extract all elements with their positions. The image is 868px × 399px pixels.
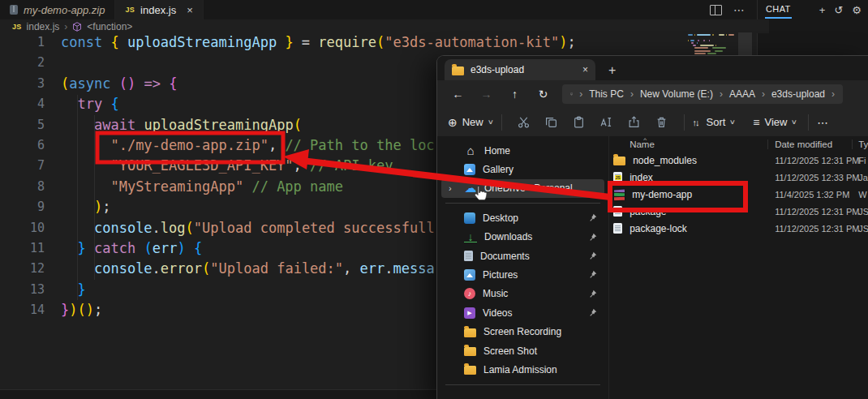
copy-icon[interactable] — [538, 116, 565, 128]
view-button[interactable]: ≡ View ∨ — [753, 116, 797, 129]
sidebar-item-lamia-admission[interactable]: Lamia Admission — [441, 360, 604, 379]
address-path[interactable]: ›This PC›New Volume (E:)›AAAA›e3ds-uploa… — [562, 84, 843, 104]
code-text: console.error("Upload failed:", err.mess… — [61, 259, 435, 279]
cut-icon[interactable] — [510, 116, 538, 128]
up-icon[interactable]: ↑ — [501, 88, 529, 101]
code-token — [135, 117, 144, 133]
code-token: "./my-demo-app.zip" — [110, 137, 268, 153]
sidebar-item-onedrive-personal[interactable]: ›☁OneDrive - Personal — [441, 179, 604, 198]
code-token — [61, 157, 110, 174]
code-token: => — [144, 75, 160, 92]
folder-icon — [452, 66, 464, 75]
folder-icon — [464, 347, 476, 356]
code-text: ); — [61, 197, 110, 217]
column-header-type[interactable]: Ty — [853, 139, 868, 149]
code-token: uploadStreamingApp — [144, 117, 293, 133]
code-text: "./my-demo-app.zip", // Path to the loc — [61, 135, 435, 156]
file-row-node_modules[interactable]: node_modules11/12/2025 12:31 PMFi — [609, 152, 868, 169]
sidebar-item-label: Downloads — [484, 231, 532, 242]
tab-my-demo-app-zip[interactable]: my-demo-app.zip — [0, 0, 115, 19]
file-row-my-demo-app[interactable]: my-demo-app11/4/2025 1:32 PMW — [609, 186, 868, 203]
sidebar-item-desktop[interactable]: Desktop — [441, 208, 604, 227]
view-lines-icon: ≡ — [753, 116, 759, 129]
sidebar-item-documents[interactable]: Documents — [441, 247, 604, 265]
code-text: (async () => { — [61, 74, 177, 94]
sidebar-item-pictures[interactable]: Pictures — [441, 265, 604, 284]
sidebar-item-gallery[interactable]: Gallery — [441, 160, 604, 178]
js-icon: JS — [125, 6, 135, 14]
refresh-icon[interactable]: ↻ — [529, 88, 557, 101]
zip-file-icon — [10, 5, 18, 15]
pictures-icon — [464, 269, 475, 281]
minimap-line — [688, 47, 735, 49]
sidebar-item-downloads[interactable]: ↓Downloads — [441, 228, 604, 247]
code-token: uploadStreamingApp — [127, 34, 277, 50]
separator — [445, 203, 600, 204]
tab-index-js[interactable]: JS index.js × — [115, 0, 203, 19]
share-icon[interactable] — [621, 116, 648, 128]
address-crumb[interactable]: AAAA — [729, 88, 755, 100]
editor-more-actions-icon[interactable]: ⋯ — [733, 3, 746, 16]
code-token: { — [110, 96, 118, 112]
sidebar-item-home[interactable]: ⌂Home — [441, 141, 604, 160]
chevron-expand-icon[interactable]: › — [449, 183, 452, 193]
sidebar-item-label: Lamia Admission — [483, 364, 557, 375]
line-number: 7 — [0, 156, 45, 176]
code-token: { — [194, 240, 202, 256]
file-row-package[interactable]: package11/12/2025 12:31 PMJS — [609, 203, 868, 220]
breadcrumb-file[interactable]: index.js — [27, 21, 60, 32]
new-button[interactable]: ⊕ New ∨ — [448, 116, 493, 129]
sidebar-item-screen-shot[interactable]: Screen Shot — [441, 341, 604, 360]
code-token: log — [161, 220, 186, 236]
code-token: , — [343, 260, 359, 277]
folder-icon — [464, 328, 476, 337]
file-name: index — [630, 172, 653, 183]
sort-arrows-icon: ↑↓ — [693, 118, 698, 127]
breadcrumb-symbol[interactable]: <function> — [87, 21, 132, 32]
address-crumb[interactable]: e3ds-upload — [771, 88, 825, 100]
line-number: 9 — [0, 197, 45, 217]
line-number: 2 — [0, 53, 45, 73]
code-token: console — [94, 260, 153, 277]
explorer-tab-title: e3ds-upload — [471, 64, 524, 75]
rename-icon[interactable] — [593, 116, 621, 128]
code-token: ( — [294, 117, 302, 133]
sidebar-item-label: Gallery — [483, 164, 513, 175]
column-header-date-modified[interactable]: Date modified — [768, 139, 853, 149]
line-number: 10 — [0, 218, 45, 238]
forward-icon[interactable]: → — [472, 88, 501, 101]
delete-icon[interactable] — [648, 116, 676, 128]
code-token: ) — [559, 34, 567, 50]
sidebar-item-music[interactable]: ♪Music — [441, 285, 604, 303]
split-editor-icon[interactable] — [710, 5, 722, 15]
symbol-function-icon — [72, 22, 82, 32]
file-date-modified: 11/4/2025 1:32 PM — [768, 190, 853, 200]
code-line-1[interactable]: 1const { uploadStreamingApp } = require(… — [0, 32, 757, 53]
code-text: })(); — [61, 300, 102, 320]
code-token: , — [294, 157, 302, 174]
address-crumb[interactable]: New Volume (E:) — [640, 88, 713, 100]
indent-guide — [77, 95, 78, 300]
screen: { "icons": { "close": "×", "add": "+", "… — [0, 0, 868, 399]
code-token: . — [153, 220, 161, 236]
file-row-package-lock[interactable]: package-lock11/12/2025 12:31 PMJS — [609, 220, 868, 237]
column-header-name[interactable]: ^Name — [609, 139, 768, 149]
code-token: ; — [94, 302, 102, 318]
paste-icon[interactable] — [565, 116, 593, 128]
explorer-tab[interactable]: e3ds-upload × — [445, 59, 595, 80]
sidebar-item-screen-recording[interactable]: Screen Recording — [441, 323, 604, 341]
new-tab-icon[interactable]: + — [608, 63, 616, 80]
file-name: node_modules — [633, 155, 697, 166]
back-icon[interactable]: ← — [444, 88, 472, 101]
line-number: 11 — [0, 238, 45, 259]
minimap-slider[interactable] — [738, 32, 752, 55]
close-tab-icon[interactable]: × — [582, 64, 588, 75]
sort-button[interactable]: ↑↓ Sort ∨ — [693, 116, 736, 128]
sidebar-item-label: Music — [483, 288, 508, 299]
sidebar-item-label: Home — [484, 145, 510, 157]
close-tab-icon[interactable]: × — [187, 4, 193, 16]
address-crumb[interactable]: This PC — [589, 88, 624, 100]
more-options-icon[interactable]: ⋯ — [817, 116, 829, 129]
file-row-index[interactable]: JSindex11/12/2025 12:33 PMJa — [609, 169, 868, 186]
sidebar-item-videos[interactable]: ▶Videos — [441, 303, 604, 322]
